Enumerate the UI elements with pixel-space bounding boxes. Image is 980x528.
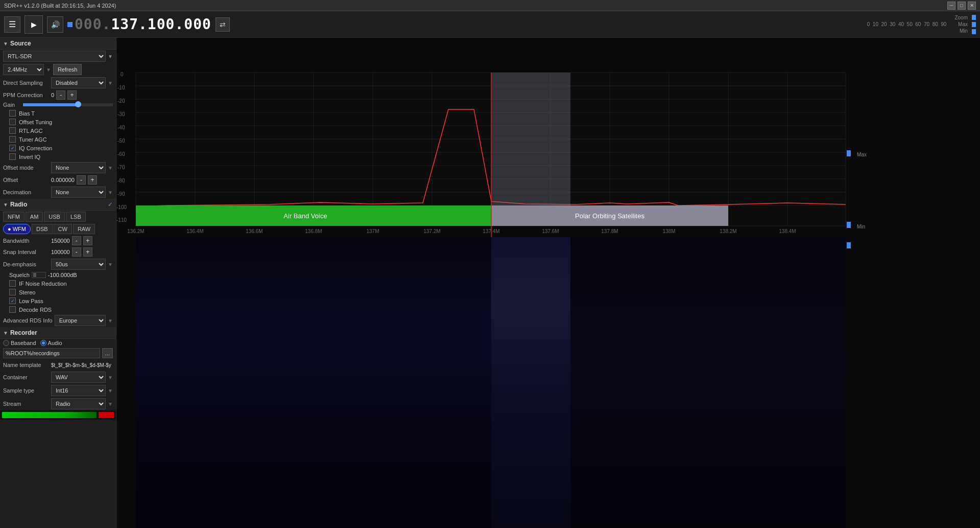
bandwidth-plus[interactable]: + <box>83 236 92 245</box>
baseband-label: Baseband <box>11 340 36 346</box>
offset-minus[interactable]: - <box>77 175 86 185</box>
filepath-input[interactable] <box>3 348 100 358</box>
browse-button[interactable]: ... <box>102 348 113 358</box>
ppm-plus[interactable]: + <box>67 90 77 100</box>
source-section-header[interactable]: ▼ Source <box>0 38 116 50</box>
squelch-label: Squelch <box>9 272 30 278</box>
freq-prefix: 000. <box>75 16 111 33</box>
offset-tuning-checkbox[interactable] <box>9 119 16 125</box>
rtl-agc-label: RTL AGC <box>19 128 42 134</box>
samplerate-select[interactable]: 2.4MHz <box>3 64 44 75</box>
play-button[interactable]: ▶ <box>25 15 43 34</box>
deemphasis-label: De-emphasis <box>3 261 49 267</box>
stream-label: Stream <box>3 401 49 407</box>
invert-iq-row: Invert IQ <box>0 152 116 161</box>
spectrum-svg: 0 -10 -20 -30 -40 -50 -60 -70 -80 -90 -1… <box>116 38 980 528</box>
rtl-agc-checkbox[interactable] <box>9 127 16 134</box>
advanced-rds-row: Advanced RDS Info Europe ▼ <box>0 314 116 327</box>
svg-text:-80: -80 <box>117 178 125 183</box>
left-panel: ▼ Source RTL-SDR ▼ 2.4MHz ▼ Refresh Dire… <box>0 38 116 528</box>
mode-nfm[interactable]: NFM <box>3 212 25 222</box>
maximize-button[interactable]: □ <box>958 2 966 10</box>
mode-wfm[interactable]: ● WFM <box>3 224 31 234</box>
rec-mode-audio[interactable]: Audio <box>40 340 62 346</box>
squelch-row: Squelch -100.000dB <box>0 271 116 279</box>
container-label: Container <box>3 374 49 380</box>
decimation-row: Decimation None ▼ <box>0 186 116 199</box>
decimation-select[interactable]: None <box>51 187 106 198</box>
freq-indicator <box>67 22 73 27</box>
container-select[interactable]: WAV <box>51 372 106 383</box>
iq-correction-row: IQ Correction <box>0 144 116 152</box>
gain-thumb[interactable] <box>75 101 81 107</box>
squelch-slider[interactable] <box>32 272 46 278</box>
baseband-radio-dot <box>3 340 9 346</box>
if-noise-checkbox[interactable] <box>9 280 16 287</box>
direct-sampling-row: Direct Sampling Disabled ▼ <box>0 76 116 89</box>
menu-button[interactable]: ☰ <box>4 16 20 33</box>
gain-slider[interactable] <box>23 103 113 106</box>
bandwidth-minus[interactable]: - <box>72 236 81 245</box>
refresh-button[interactable]: Refresh <box>53 64 82 75</box>
snap-minus[interactable]: - <box>72 247 81 257</box>
device-row: RTL-SDR ▼ <box>0 50 116 63</box>
bandwidth-label: Bandwidth <box>3 238 49 244</box>
window-controls: ─ □ ✕ <box>947 2 976 10</box>
rtl-agc-row: RTL AGC <box>0 126 116 135</box>
offset-plus[interactable]: + <box>88 175 97 185</box>
container-row: Container WAV ▼ <box>0 371 116 384</box>
name-template-label: Name template <box>3 362 49 368</box>
mode-am[interactable]: AM <box>26 212 43 222</box>
direct-sampling-select[interactable]: Disabled <box>51 77 106 88</box>
mode-cw[interactable]: CW <box>54 224 72 234</box>
sample-type-select[interactable]: Int16 <box>51 385 106 396</box>
volume-button[interactable]: 🔊 <box>47 16 63 33</box>
rec-mode-baseband[interactable]: Baseband <box>3 340 36 346</box>
svg-text:-110: -110 <box>116 217 127 223</box>
stereo-checkbox[interactable] <box>9 289 16 295</box>
deemphasis-select[interactable]: 50us <box>51 259 106 270</box>
source-title: Source <box>10 40 31 47</box>
squelch-value: -100.000dB <box>48 272 77 278</box>
invert-iq-checkbox[interactable] <box>9 153 16 160</box>
name-template-row: Name template $t_$f_$h-$m-$s_$d-$M-$y <box>0 359 116 371</box>
device-select[interactable]: RTL-SDR <box>3 51 106 62</box>
advanced-rds-select[interactable]: Europe <box>55 315 106 326</box>
svg-text:137.8M: 137.8M <box>601 228 618 234</box>
snap-interval-row: Snap Interval 100000 - + <box>0 246 116 258</box>
mode-usb[interactable]: USB <box>44 212 65 222</box>
snap-plus[interactable]: + <box>83 247 92 257</box>
tuner-agc-checkbox[interactable] <box>9 136 16 143</box>
iq-correction-checkbox[interactable] <box>9 145 16 151</box>
samplerate-row: 2.4MHz ▼ Refresh <box>0 63 116 76</box>
minimize-button[interactable]: ─ <box>947 2 955 10</box>
offset-mode-select[interactable]: None <box>51 162 106 173</box>
offset-label: Offset <box>3 177 49 183</box>
name-template-value: $t_$f_$h-$m-$s_$d-$M-$y <box>51 362 111 368</box>
radio-section-header[interactable]: ▼ Radio ✓ <box>0 199 116 211</box>
mode-raw[interactable]: RAW <box>73 224 95 234</box>
mode-lsb[interactable]: LSB <box>66 212 86 222</box>
decode-rds-checkbox[interactable] <box>9 306 16 313</box>
frequency-display: 000.137.100.000 <box>67 16 211 33</box>
svg-text:-50: -50 <box>117 138 125 144</box>
recorder-section-header[interactable]: ▼ Recorder <box>0 327 116 339</box>
radio-modes-row1: NFM AM USB LSB <box>0 211 116 223</box>
stream-select[interactable]: Radio <box>51 398 106 409</box>
gain-fill <box>23 103 77 106</box>
radio-modes-row2: ● WFM DSB CW RAW <box>0 223 116 235</box>
source-triangle: ▼ <box>3 41 8 47</box>
ppm-minus[interactable]: - <box>56 90 65 100</box>
deemphasis-row: De-emphasis 50us ▼ <box>0 258 116 271</box>
svg-text:-10: -10 <box>117 85 125 90</box>
swap-button[interactable]: ⇄ <box>216 17 230 32</box>
svg-text:-90: -90 <box>117 191 125 197</box>
bias-t-checkbox[interactable] <box>9 110 16 117</box>
frequency-value[interactable]: 000.137.100.000 <box>75 16 211 33</box>
spectrum-area: 0 -10 -20 -30 -40 -50 -60 -70 -80 -90 -1… <box>116 38 980 528</box>
invert-iq-label: Invert IQ <box>19 154 40 160</box>
close-button[interactable]: ✕ <box>968 2 976 10</box>
mode-dsb[interactable]: DSB <box>32 224 53 234</box>
svg-text:136.4M: 136.4M <box>186 228 203 234</box>
low-pass-checkbox[interactable] <box>9 297 16 304</box>
